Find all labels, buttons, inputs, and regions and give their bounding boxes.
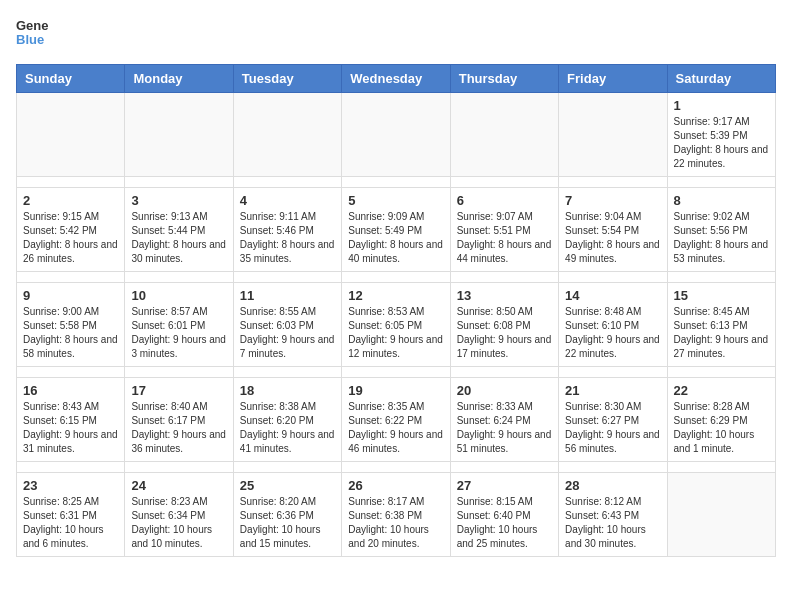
day-info: Sunrise: 9:17 AM Sunset: 5:39 PM Dayligh… xyxy=(674,115,769,171)
spacer-cell xyxy=(233,367,341,378)
spacer-cell xyxy=(342,272,450,283)
svg-text:Blue: Blue xyxy=(16,32,44,47)
day-number: 4 xyxy=(240,193,335,208)
day-number: 26 xyxy=(348,478,443,493)
day-info: Sunrise: 8:40 AM Sunset: 6:17 PM Dayligh… xyxy=(131,400,226,456)
spacer-cell xyxy=(667,367,775,378)
spacer-cell xyxy=(667,177,775,188)
calendar-week-row: 9Sunrise: 9:00 AM Sunset: 5:58 PM Daylig… xyxy=(17,283,776,367)
week-spacer-row xyxy=(17,367,776,378)
calendar-day-cell: 3Sunrise: 9:13 AM Sunset: 5:44 PM Daylig… xyxy=(125,188,233,272)
day-info: Sunrise: 8:17 AM Sunset: 6:38 PM Dayligh… xyxy=(348,495,443,551)
day-number: 9 xyxy=(23,288,118,303)
spacer-cell xyxy=(450,272,558,283)
day-number: 11 xyxy=(240,288,335,303)
week-spacer-row xyxy=(17,462,776,473)
spacer-cell xyxy=(559,272,667,283)
day-number: 17 xyxy=(131,383,226,398)
spacer-cell xyxy=(233,272,341,283)
calendar-day-cell: 4Sunrise: 9:11 AM Sunset: 5:46 PM Daylig… xyxy=(233,188,341,272)
spacer-cell xyxy=(559,177,667,188)
calendar-day-cell: 5Sunrise: 9:09 AM Sunset: 5:49 PM Daylig… xyxy=(342,188,450,272)
spacer-cell xyxy=(125,462,233,473)
day-info: Sunrise: 8:15 AM Sunset: 6:40 PM Dayligh… xyxy=(457,495,552,551)
svg-text:General: General xyxy=(16,18,48,33)
day-info: Sunrise: 9:09 AM Sunset: 5:49 PM Dayligh… xyxy=(348,210,443,266)
calendar-day-cell xyxy=(450,93,558,177)
calendar-day-cell: 18Sunrise: 8:38 AM Sunset: 6:20 PM Dayli… xyxy=(233,378,341,462)
spacer-cell xyxy=(342,462,450,473)
calendar-day-cell xyxy=(125,93,233,177)
calendar-day-cell: 21Sunrise: 8:30 AM Sunset: 6:27 PM Dayli… xyxy=(559,378,667,462)
calendar-day-cell: 12Sunrise: 8:53 AM Sunset: 6:05 PM Dayli… xyxy=(342,283,450,367)
day-number: 18 xyxy=(240,383,335,398)
calendar-header-tuesday: Tuesday xyxy=(233,65,341,93)
day-info: Sunrise: 8:30 AM Sunset: 6:27 PM Dayligh… xyxy=(565,400,660,456)
day-number: 6 xyxy=(457,193,552,208)
day-number: 21 xyxy=(565,383,660,398)
day-info: Sunrise: 8:35 AM Sunset: 6:22 PM Dayligh… xyxy=(348,400,443,456)
day-number: 25 xyxy=(240,478,335,493)
day-number: 2 xyxy=(23,193,118,208)
spacer-cell xyxy=(559,367,667,378)
calendar-day-cell: 14Sunrise: 8:48 AM Sunset: 6:10 PM Dayli… xyxy=(559,283,667,367)
day-info: Sunrise: 8:57 AM Sunset: 6:01 PM Dayligh… xyxy=(131,305,226,361)
calendar-week-row: 1Sunrise: 9:17 AM Sunset: 5:39 PM Daylig… xyxy=(17,93,776,177)
day-info: Sunrise: 8:38 AM Sunset: 6:20 PM Dayligh… xyxy=(240,400,335,456)
calendar-day-cell: 13Sunrise: 8:50 AM Sunset: 6:08 PM Dayli… xyxy=(450,283,558,367)
day-info: Sunrise: 9:02 AM Sunset: 5:56 PM Dayligh… xyxy=(674,210,769,266)
calendar-day-cell: 23Sunrise: 8:25 AM Sunset: 6:31 PM Dayli… xyxy=(17,473,125,557)
calendar-day-cell: 6Sunrise: 9:07 AM Sunset: 5:51 PM Daylig… xyxy=(450,188,558,272)
calendar-day-cell: 9Sunrise: 9:00 AM Sunset: 5:58 PM Daylig… xyxy=(17,283,125,367)
spacer-cell xyxy=(17,367,125,378)
day-number: 15 xyxy=(674,288,769,303)
day-info: Sunrise: 9:07 AM Sunset: 5:51 PM Dayligh… xyxy=(457,210,552,266)
day-info: Sunrise: 9:13 AM Sunset: 5:44 PM Dayligh… xyxy=(131,210,226,266)
day-number: 8 xyxy=(674,193,769,208)
day-info: Sunrise: 8:45 AM Sunset: 6:13 PM Dayligh… xyxy=(674,305,769,361)
week-spacer-row xyxy=(17,272,776,283)
day-info: Sunrise: 8:55 AM Sunset: 6:03 PM Dayligh… xyxy=(240,305,335,361)
calendar-week-row: 2Sunrise: 9:15 AM Sunset: 5:42 PM Daylig… xyxy=(17,188,776,272)
day-info: Sunrise: 9:04 AM Sunset: 5:54 PM Dayligh… xyxy=(565,210,660,266)
day-info: Sunrise: 9:00 AM Sunset: 5:58 PM Dayligh… xyxy=(23,305,118,361)
day-number: 28 xyxy=(565,478,660,493)
spacer-cell xyxy=(17,272,125,283)
day-number: 19 xyxy=(348,383,443,398)
spacer-cell xyxy=(450,177,558,188)
calendar-day-cell xyxy=(342,93,450,177)
calendar-header-wednesday: Wednesday xyxy=(342,65,450,93)
day-number: 7 xyxy=(565,193,660,208)
calendar-week-row: 16Sunrise: 8:43 AM Sunset: 6:15 PM Dayli… xyxy=(17,378,776,462)
calendar-header-thursday: Thursday xyxy=(450,65,558,93)
calendar-day-cell: 27Sunrise: 8:15 AM Sunset: 6:40 PM Dayli… xyxy=(450,473,558,557)
calendar-day-cell: 16Sunrise: 8:43 AM Sunset: 6:15 PM Dayli… xyxy=(17,378,125,462)
day-info: Sunrise: 8:20 AM Sunset: 6:36 PM Dayligh… xyxy=(240,495,335,551)
day-number: 13 xyxy=(457,288,552,303)
day-info: Sunrise: 8:53 AM Sunset: 6:05 PM Dayligh… xyxy=(348,305,443,361)
day-number: 14 xyxy=(565,288,660,303)
calendar-day-cell xyxy=(667,473,775,557)
spacer-cell xyxy=(17,462,125,473)
calendar-day-cell xyxy=(233,93,341,177)
calendar-header-friday: Friday xyxy=(559,65,667,93)
page-header: General Blue xyxy=(16,16,776,52)
spacer-cell xyxy=(233,462,341,473)
day-number: 12 xyxy=(348,288,443,303)
calendar-day-cell: 24Sunrise: 8:23 AM Sunset: 6:34 PM Dayli… xyxy=(125,473,233,557)
day-info: Sunrise: 8:23 AM Sunset: 6:34 PM Dayligh… xyxy=(131,495,226,551)
week-spacer-row xyxy=(17,177,776,188)
calendar-day-cell xyxy=(559,93,667,177)
calendar-day-cell: 1Sunrise: 9:17 AM Sunset: 5:39 PM Daylig… xyxy=(667,93,775,177)
day-number: 1 xyxy=(674,98,769,113)
calendar-header-saturday: Saturday xyxy=(667,65,775,93)
calendar-day-cell: 17Sunrise: 8:40 AM Sunset: 6:17 PM Dayli… xyxy=(125,378,233,462)
day-info: Sunrise: 8:33 AM Sunset: 6:24 PM Dayligh… xyxy=(457,400,552,456)
spacer-cell xyxy=(559,462,667,473)
calendar-day-cell: 15Sunrise: 8:45 AM Sunset: 6:13 PM Dayli… xyxy=(667,283,775,367)
day-number: 10 xyxy=(131,288,226,303)
day-info: Sunrise: 9:11 AM Sunset: 5:46 PM Dayligh… xyxy=(240,210,335,266)
calendar-week-row: 23Sunrise: 8:25 AM Sunset: 6:31 PM Dayli… xyxy=(17,473,776,557)
day-number: 22 xyxy=(674,383,769,398)
calendar-day-cell: 25Sunrise: 8:20 AM Sunset: 6:36 PM Dayli… xyxy=(233,473,341,557)
